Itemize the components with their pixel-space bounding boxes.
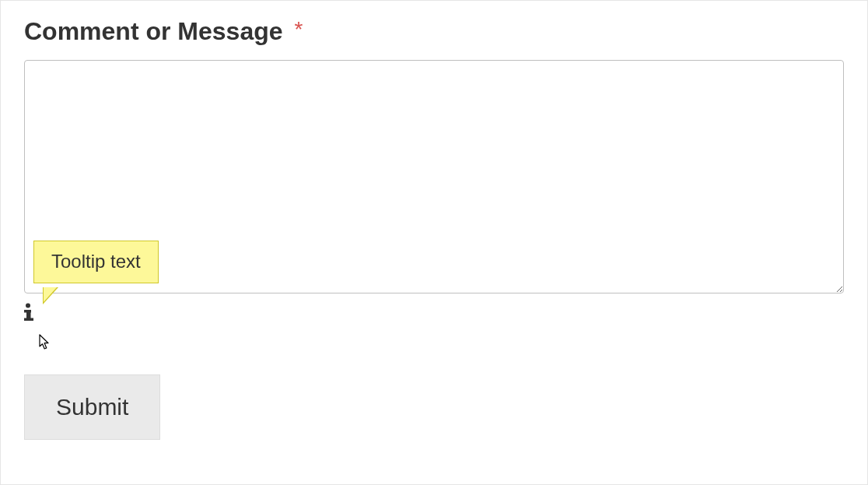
svg-rect-3 (24, 318, 33, 322)
tooltip-text: Tooltip text (51, 251, 141, 272)
tooltip-bubble: Tooltip text (33, 241, 159, 283)
required-asterisk: * (294, 17, 303, 41)
info-icon[interactable] (24, 303, 35, 322)
svg-point-0 (26, 304, 30, 308)
info-row (24, 303, 844, 326)
svg-rect-2 (26, 310, 31, 319)
arrow-cursor-icon (39, 334, 51, 354)
form-container: Comment or Message * Tooltip text Submit (0, 0, 868, 485)
submit-button[interactable]: Submit (24, 374, 160, 440)
comment-field-label: Comment or Message * (24, 16, 844, 46)
comment-label-text: Comment or Message (24, 17, 283, 45)
